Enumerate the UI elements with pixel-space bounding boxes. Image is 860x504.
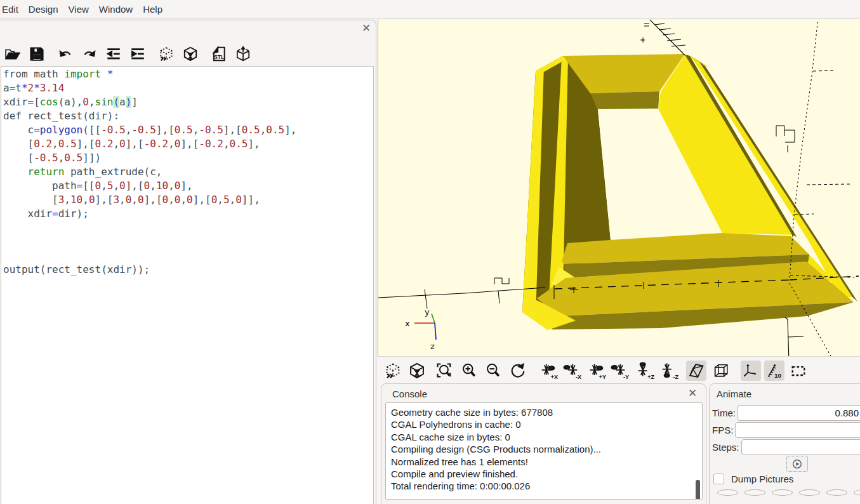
code-line: path=[[0,5,0],[0,10,0], bbox=[3, 179, 373, 193]
view-axis-label: +Y bbox=[599, 374, 606, 380]
axis-segment bbox=[640, 23, 649, 43]
gizmo-x-label: x bbox=[405, 319, 410, 328]
persp-icon bbox=[687, 362, 705, 380]
view-preview-button[interactable] bbox=[383, 361, 403, 381]
menu-edit[interactable]: Edit bbox=[0, 0, 23, 18]
code-line: xdir=[cos(a),0,sin(a)] bbox=[3, 95, 373, 109]
code-line bbox=[3, 235, 373, 249]
viewport-scene: x y z bbox=[378, 20, 860, 356]
axis-segment bbox=[432, 314, 435, 323]
gizmo-z-label: z bbox=[430, 342, 435, 351]
editor-toolbar bbox=[1, 43, 255, 65]
console-line: Compile and preview finished. bbox=[391, 468, 697, 480]
console-scrollbar[interactable] bbox=[696, 480, 700, 500]
view-minus-x-button[interactable]: -X bbox=[561, 361, 581, 381]
code-line: return path_extrude(c, bbox=[3, 165, 373, 179]
menu-help[interactable]: Help bbox=[138, 0, 168, 18]
zoomin-icon bbox=[460, 362, 478, 380]
reset-view-button[interactable] bbox=[508, 361, 528, 381]
view-plus-x-button[interactable]: +X bbox=[538, 361, 558, 381]
indent-button[interactable] bbox=[129, 44, 147, 63]
code-line: output(rect_test(xdir)); bbox=[3, 263, 373, 277]
view-plus-z-button[interactable]: +Z bbox=[634, 361, 654, 381]
redo-button[interactable] bbox=[81, 44, 98, 63]
axis-segment bbox=[654, 23, 685, 46]
view-plus-y-button[interactable]: +Y bbox=[586, 361, 606, 381]
preview-icon bbox=[384, 362, 402, 380]
redo-icon bbox=[81, 46, 98, 62]
code-line: from math import * bbox=[3, 67, 373, 81]
code-line bbox=[3, 221, 373, 235]
open-file-button[interactable] bbox=[4, 44, 22, 63]
show-axes-button[interactable] bbox=[741, 361, 761, 381]
show-scale-button[interactable] bbox=[764, 361, 784, 381]
play-button[interactable] bbox=[786, 456, 808, 472]
code-line: [0.2,0.5],[0.2,0],[-0.2,0],[-0.2,0.5], bbox=[3, 137, 373, 151]
view-axis-label: -X bbox=[576, 374, 581, 380]
steps-input[interactable] bbox=[741, 439, 860, 455]
dump-pictures-checkbox[interactable] bbox=[713, 474, 724, 484]
frame-slot-oval bbox=[744, 489, 765, 496]
zoom-all-button[interactable] bbox=[434, 361, 454, 381]
code-line: [-0.5,0.5]]) bbox=[3, 151, 373, 165]
view-minus-y-button[interactable]: -Y bbox=[609, 361, 629, 381]
view-toolbar: +X-X+Y-Y+Z-Z bbox=[378, 356, 860, 383]
export3d-icon bbox=[235, 46, 251, 62]
frame-slot-oval bbox=[772, 489, 793, 496]
export-3d-button[interactable] bbox=[234, 44, 252, 63]
frame-slot-oval bbox=[826, 489, 847, 496]
view-minus-z-button[interactable]: -Z bbox=[658, 361, 678, 381]
unindent-button[interactable] bbox=[105, 44, 122, 63]
code-line: a=t*2*3.14 bbox=[3, 81, 373, 95]
indent-icon bbox=[129, 46, 146, 62]
dump-pictures-label: Dump Pictures bbox=[731, 474, 793, 484]
animate-dock: Animate Time: FPS: Steps: Dump Pictures bbox=[709, 383, 860, 504]
fps-input[interactable] bbox=[735, 422, 860, 438]
render-button[interactable] bbox=[182, 44, 199, 63]
undo-icon bbox=[57, 46, 74, 62]
menu-bar: EditDesignViewWindowHelp bbox=[0, 0, 860, 19]
zoomall-icon bbox=[435, 362, 453, 380]
console-line: Geometry cache size in bytes: 677808 bbox=[391, 406, 697, 418]
frame-slot-oval bbox=[799, 489, 820, 496]
console-line: Total rendering time: 0:00:00.026 bbox=[391, 480, 697, 492]
axis-segment bbox=[494, 278, 509, 284]
rotate-icon bbox=[509, 362, 527, 380]
frame-slot-oval bbox=[854, 489, 860, 496]
preview-button[interactable] bbox=[157, 44, 175, 63]
steps-label: Steps: bbox=[712, 442, 741, 453]
code-area[interactable]: from math import *a=t*2*3.14xdir=[cos(a)… bbox=[1, 66, 374, 504]
code-line bbox=[3, 249, 373, 263]
console-line: Compiling design (CSG Products normaliza… bbox=[391, 443, 697, 455]
save-icon bbox=[29, 46, 45, 62]
orthogonal-button[interactable] bbox=[711, 361, 731, 381]
gizmo-y-label: y bbox=[425, 307, 430, 317]
export-stl-button[interactable] bbox=[210, 44, 228, 63]
time-input[interactable] bbox=[738, 405, 860, 421]
editor-close-icon[interactable]: ✕ bbox=[361, 23, 372, 34]
zoomout-icon bbox=[484, 362, 502, 380]
frame-slot-oval bbox=[717, 489, 738, 496]
console-log[interactable]: Geometry cache size in bytes: 677808CGAL… bbox=[385, 402, 703, 500]
editor-dock: ✕ from math import *a=t*2*3.14xdir=[cos(… bbox=[0, 20, 376, 504]
menu-window[interactable]: Window bbox=[94, 0, 138, 18]
view-axis-label: +X bbox=[551, 374, 558, 380]
show-crosshairs-button[interactable] bbox=[788, 361, 809, 381]
menu-design[interactable]: Design bbox=[23, 0, 63, 18]
menu-view[interactable]: View bbox=[63, 0, 94, 18]
model-face bbox=[590, 91, 659, 109]
zoom-out-button[interactable] bbox=[483, 361, 503, 381]
time-label: Time: bbox=[712, 408, 738, 418]
zoom-in-button[interactable] bbox=[459, 361, 479, 381]
view-axis-label: -Z bbox=[673, 374, 679, 380]
viewport-3d[interactable]: x y z bbox=[378, 20, 860, 356]
console-close-icon[interactable]: ✕ bbox=[687, 388, 698, 399]
animate-title: Animate bbox=[717, 388, 751, 399]
view-render-button[interactable] bbox=[407, 361, 427, 381]
undo-button[interactable] bbox=[56, 44, 74, 63]
stl-icon bbox=[211, 46, 227, 62]
perspective-button[interactable] bbox=[686, 361, 706, 381]
axis-segment bbox=[648, 20, 685, 55]
save-file-button[interactable] bbox=[28, 44, 46, 63]
axis-segment bbox=[378, 288, 545, 298]
